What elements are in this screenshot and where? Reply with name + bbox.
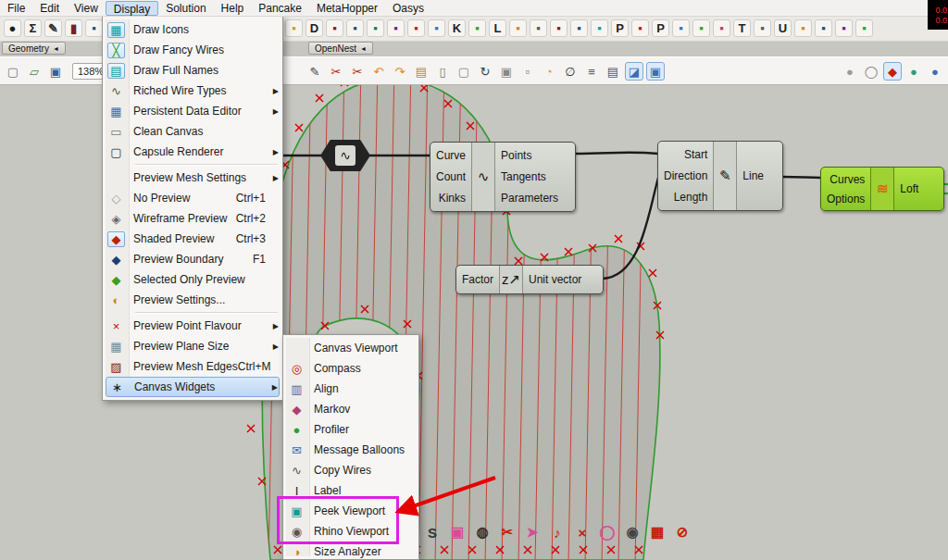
menu-item-wireframe-preview[interactable]: ◈Wireframe PreviewCtrl+2: [106, 208, 280, 229]
solver-icon[interactable]: ▤: [604, 62, 622, 81]
menu-item-preview-point-flavour[interactable]: ×Preview Point Flavour▶: [106, 316, 280, 336]
loop-icon[interactable]: ◯: [597, 522, 617, 542]
menu-metahopper[interactable]: MetaHopper: [309, 1, 385, 16]
line-input-length[interactable]: Length: [664, 191, 707, 204]
menu-item-canvas-widgets[interactable]: ∗Canvas Widgets▶: [106, 377, 280, 397]
loft-input-curves[interactable]: Curves: [827, 173, 865, 186]
menu-item-rhino-viewport[interactable]: ◉Rhino Viewport: [286, 521, 416, 541]
lamp-icon[interactable]: ◍: [472, 522, 493, 542]
plugin-tab-icon[interactable]: ▪: [591, 19, 608, 37]
menu-item-peek-viewport[interactable]: ▣Peek Viewport: [286, 501, 416, 521]
hide-preview-icon[interactable]: ∅: [561, 62, 580, 81]
plugin-tab-icon[interactable]: ▪: [428, 19, 445, 37]
menu-item-draw-fancy-wires[interactable]: ╳Draw Fancy Wires: [106, 40, 280, 60]
menu-item-riched-wire-types[interactable]: ∿Riched Wire Types▶: [106, 81, 280, 101]
component-tab-t[interactable]: T: [733, 19, 751, 37]
disconnect-icon[interactable]: ✂: [327, 62, 345, 81]
plugin-tab-icon[interactable]: ▪: [815, 19, 832, 37]
jitter-icon[interactable]: ♪: [547, 522, 568, 542]
menu-item-draw-full-names[interactable]: ▤Draw Full Names: [106, 60, 280, 81]
wire-pen-icon[interactable]: ✎: [306, 62, 324, 81]
plugin-tab-icon[interactable]: ▪: [794, 19, 812, 37]
cursor-icon[interactable]: ➤: [522, 522, 543, 542]
plugin-tab-icon[interactable]: ▪: [855, 19, 873, 37]
shuffle-icon[interactable]: ×: [572, 522, 592, 542]
preview-quality-blue-icon[interactable]: ●: [926, 62, 944, 81]
line-input-start[interactable]: Start: [664, 148, 707, 161]
unit-output-vector[interactable]: Unit vector: [529, 273, 581, 286]
menu-item-clean-canvas[interactable]: ▭Clean Canvas: [106, 121, 280, 142]
menu-item-label[interactable]: ILabel: [286, 480, 416, 501]
plugin-tab-icon[interactable]: ▪: [530, 19, 547, 37]
component-tab-l[interactable]: L: [489, 19, 506, 37]
menu-item-no-preview[interactable]: ◇No PreviewCtrl+1: [106, 188, 280, 208]
component-tab-u[interactable]: U: [774, 19, 792, 37]
divide-input-curve[interactable]: Curve: [436, 149, 466, 162]
plugin-tab-icon[interactable]: ▪: [672, 19, 690, 37]
menu-item-size-analyzer[interactable]: ◑Size Analyzer: [286, 541, 416, 560]
menu-item-preview-mesh-settings[interactable]: Preview Mesh Settings▶: [106, 168, 280, 188]
menu-oasys[interactable]: Oasys: [385, 1, 431, 16]
plugin-tab-icon[interactable]: ▪: [407, 19, 425, 37]
undo-icon[interactable]: ↶: [369, 62, 388, 81]
data-table-icon[interactable]: ▦: [647, 522, 667, 542]
divide-curve-component[interactable]: Curve Count Kinks ∿ Points Tangents Para…: [430, 142, 576, 212]
plugin-tab-icon[interactable]: ▪: [346, 19, 364, 37]
component-tab-p[interactable]: P: [611, 19, 629, 37]
clipboard-icon[interactable]: ▤: [412, 62, 430, 81]
divide-output-points[interactable]: Points: [501, 149, 558, 162]
chart-widget-icon[interactable]: ◪: [625, 62, 643, 81]
preview-shaded-icon[interactable]: ◆: [883, 62, 902, 81]
menu-item-message-balloons[interactable]: ✉Message Balloons: [286, 440, 416, 460]
delete-icon[interactable]: ▯: [433, 62, 452, 81]
plugin-tab-icon[interactable]: ▪: [550, 19, 568, 37]
divide-output-parameters[interactable]: Parameters: [501, 192, 558, 205]
brush-tab-icon[interactable]: ▮: [65, 19, 82, 37]
menu-item-preview-boundary[interactable]: ◆Preview BoundaryF1: [106, 249, 280, 269]
menu-item-persistent-data-editor[interactable]: ▦Persistent Data Editor▶: [106, 101, 280, 121]
menu-view[interactable]: View: [67, 1, 106, 16]
disconnect-wires-icon[interactable]: ✂: [497, 522, 518, 542]
gh-logo-icon[interactable]: ●: [4, 19, 21, 37]
menu-item-copy-wires[interactable]: ∿Copy Wires: [286, 460, 416, 480]
new-document-icon[interactable]: ▢: [4, 62, 22, 81]
preview-quality-green-icon[interactable]: ●: [904, 62, 923, 81]
component-tab-p[interactable]: P: [652, 19, 669, 37]
data-dam-icon[interactable]: ≡: [582, 62, 601, 81]
menu-item-draw-icons[interactable]: ▦Draw Icons: [106, 19, 280, 40]
menu-item-align[interactable]: ▥Align: [286, 379, 416, 399]
menu-solution[interactable]: Solution: [158, 1, 213, 16]
loft-input-options[interactable]: Options: [827, 193, 865, 205]
plugin-tab-icon[interactable]: ▪: [509, 19, 527, 37]
unit-vector-component[interactable]: Factor z↗ Unit vector: [455, 265, 604, 294]
plugin-tab-icon[interactable]: ▪: [326, 19, 343, 37]
menu-item-shaded-preview[interactable]: ◆Shaded PreviewCtrl+3: [106, 229, 280, 249]
disconnect-all-icon[interactable]: ✂: [348, 62, 367, 81]
plugin-tab-icon[interactable]: ▪: [570, 19, 588, 37]
menu-help[interactable]: Help: [214, 1, 252, 16]
gears-icon[interactable]: ◉: [622, 522, 642, 542]
menu-display[interactable]: Display: [106, 1, 158, 16]
pencil-tab-icon[interactable]: ✎: [44, 19, 62, 37]
category-tab-geometry[interactable]: Geometry ◄: [2, 42, 66, 55]
divide-output-tangents[interactable]: Tangents: [501, 170, 558, 183]
preview-wireframe-icon[interactable]: ◯: [862, 62, 880, 81]
publish-icon[interactable]: ▣: [447, 522, 468, 542]
zoom-selection-icon[interactable]: S: [422, 522, 443, 542]
menu-item-preview-mesh-edges[interactable]: ▨Preview Mesh EdgesCtrl+M: [106, 356, 280, 377]
plugin-tab-icon[interactable]: ▪: [692, 19, 710, 37]
menu-edit[interactable]: Edit: [32, 1, 67, 16]
menu-item-markov[interactable]: ◆Markov: [286, 399, 416, 419]
divide-input-count[interactable]: Count: [436, 170, 466, 183]
plugin-tab-icon[interactable]: ▪: [713, 19, 730, 37]
menu-item-compass[interactable]: ◎Compass: [286, 358, 416, 379]
plugin-tab-icon[interactable]: ▪: [835, 19, 853, 37]
unit-input-factor[interactable]: Factor: [462, 273, 493, 286]
menu-file[interactable]: File: [0, 1, 32, 16]
component-tab-d[interactable]: D: [306, 19, 323, 37]
viewport-widget-icon[interactable]: ▣: [646, 62, 665, 81]
menu-item-preview-plane-size[interactable]: ▦Preview Plane Size▶: [106, 336, 280, 356]
category-tab-opennest[interactable]: OpenNest ◄: [308, 42, 373, 55]
unlock-icon[interactable]: ▢: [455, 62, 473, 81]
cluster-icon[interactable]: ◔: [540, 62, 558, 81]
